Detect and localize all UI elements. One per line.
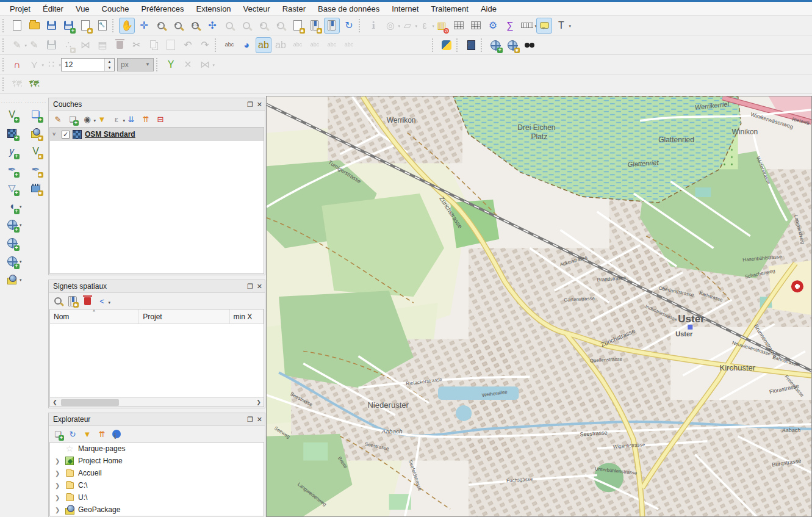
close-panel-icon[interactable]: ✕: [257, 101, 262, 108]
float-panel-icon[interactable]: ❐: [247, 101, 253, 108]
browser-properties-button[interactable]: i: [110, 427, 123, 441]
map-canvas[interactable]: WerrikonDrei EichenPlatzGlattenriedWerri…: [266, 96, 812, 517]
scrollbar-thumb[interactable]: [61, 399, 119, 406]
map-select-plugin-button[interactable]: 🗺: [9, 76, 25, 92]
snapping-type-button[interactable]: ∷: [43, 57, 59, 73]
new-spatial-bookmark-button[interactable]: [290, 18, 306, 34]
menu-item[interactable]: Base de données: [312, 3, 386, 15]
snapping-unit-select[interactable]: px▼: [117, 58, 154, 71]
measure-line-button[interactable]: [519, 18, 535, 34]
change-label-button[interactable]: abc: [341, 37, 357, 53]
zoom-to-selection-button[interactable]: [221, 18, 237, 34]
python-console-button[interactable]: [439, 37, 455, 53]
filter-by-expression-button[interactable]: ε: [110, 112, 123, 126]
add-wfs-layer-button[interactable]: [4, 253, 20, 269]
new-geopackage-layer-button[interactable]: [28, 125, 44, 141]
new-project-button[interactable]: [9, 18, 25, 34]
snap-on-intersection-button[interactable]: ✕: [180, 57, 196, 73]
help-contents-button[interactable]: ?: [463, 37, 479, 53]
move-label-button[interactable]: abc: [307, 37, 323, 53]
add-geopackage-layer-button[interactable]: [4, 272, 20, 287]
pan-map-button[interactable]: ✋: [119, 18, 135, 34]
horizontal-scrollbar[interactable]: ❮ ❯: [50, 397, 264, 407]
add-raster-layer-button[interactable]: [4, 125, 20, 141]
show-hide-labels-button[interactable]: abc: [290, 37, 306, 53]
osm-place-search-add-button[interactable]: [487, 37, 503, 53]
deselect-all-layers-button[interactable]: ▥: [434, 18, 450, 34]
open-project-button[interactable]: [26, 18, 42, 34]
snapping-tolerance-spinbox[interactable]: 12 ▲▼: [61, 58, 115, 71]
manage-map-themes-button[interactable]: ◉: [81, 112, 94, 126]
osm-place-search-button[interactable]: [505, 37, 520, 53]
delete-bookmark-button[interactable]: [81, 294, 94, 308]
cut-features-button[interactable]: ✂: [129, 37, 145, 53]
open-data-source-manager-button[interactable]: ❏: [28, 107, 44, 123]
layer-labeling-options-button[interactable]: abc: [221, 37, 237, 53]
add-delimited-text-button[interactable]: 𝑦: [4, 143, 20, 159]
copy-features-button[interactable]: [146, 37, 162, 53]
share-bookmark-button[interactable]: <: [95, 294, 109, 308]
toggle-editing-button[interactable]: ✎: [26, 37, 42, 53]
filter-browser-button[interactable]: ▼: [81, 427, 94, 441]
enable-snapping-button[interactable]: ∩: [9, 57, 25, 73]
menu-item[interactable]: Préférences: [135, 3, 190, 15]
new-print-layout-button[interactable]: [77, 18, 93, 34]
close-panel-icon[interactable]: ✕: [257, 416, 262, 423]
add-vector-layer-button[interactable]: V: [4, 107, 20, 123]
processing-toolbox-button[interactable]: ⚙: [485, 18, 501, 34]
collapse-all-browser-button[interactable]: ⇈: [95, 427, 109, 441]
browser-tree-item[interactable]: ❯ U:\: [50, 491, 264, 504]
show-layout-manager-button[interactable]: 🔧: [95, 18, 110, 34]
scroll-right-icon[interactable]: ❯: [254, 399, 264, 405]
layer-diagram-options-button[interactable]: ◕: [239, 37, 254, 53]
redo-button[interactable]: ↷: [197, 37, 213, 53]
add-virtual-layer-button[interactable]: ▽: [4, 180, 20, 196]
avoid-overlap-button[interactable]: ⋈: [197, 57, 213, 73]
rotate-label-button[interactable]: abc: [324, 37, 340, 53]
menu-item[interactable]: Extension: [190, 3, 237, 15]
vertex-tool-button[interactable]: ⋈: [77, 37, 93, 53]
delete-selected-button[interactable]: [112, 37, 128, 53]
spinner-arrows[interactable]: ▲▼: [104, 59, 114, 71]
refresh-browser-button[interactable]: ↻: [66, 427, 79, 441]
show-spatial-bookmarks-button[interactable]: [324, 18, 340, 34]
scroll-left-icon[interactable]: ❮: [50, 399, 60, 405]
menu-item[interactable]: Vue: [70, 3, 96, 15]
add-wcs-layer-button[interactable]: [4, 235, 20, 251]
add-postgis-layer-button[interactable]: ◖: [4, 198, 20, 214]
map-tips-button[interactable]: [536, 18, 552, 34]
snapping-mode-button[interactable]: ⋎: [26, 57, 42, 73]
new-spatialite-layer-button[interactable]: ✒: [28, 162, 44, 178]
menu-item[interactable]: Raster: [276, 3, 312, 15]
add-group-button[interactable]: ❏: [66, 112, 79, 126]
save-project-button[interactable]: [43, 18, 59, 34]
add-bookmark-button[interactable]: [66, 294, 79, 308]
zoom-native-button[interactable]: 1:1: [187, 18, 203, 34]
filter-legend-button[interactable]: ▼: [95, 112, 109, 126]
zoom-last-button[interactable]: ◂: [256, 18, 271, 34]
float-panel-icon[interactable]: ❐: [247, 283, 253, 290]
text-annotation-button[interactable]: T: [553, 18, 569, 34]
topological-editing-button[interactable]: Y: [163, 57, 179, 73]
open-attribute-table-button[interactable]: [451, 18, 467, 34]
expand-chevron-icon[interactable]: ˅: [52, 131, 59, 137]
field-calculator-button[interactable]: ◦: [468, 18, 484, 34]
deselect-features-button[interactable]: ▱: [400, 18, 415, 34]
paste-features-button[interactable]: [163, 37, 179, 53]
statistical-summary-button[interactable]: ∑: [502, 18, 518, 34]
select-by-expression-button[interactable]: ε: [417, 18, 433, 34]
zoom-in-button[interactable]: +: [153, 18, 169, 34]
zoom-next-button[interactable]: ▸: [273, 18, 289, 34]
menu-item[interactable]: Couche: [96, 3, 135, 15]
refresh-map-button[interactable]: ↻: [341, 18, 357, 34]
browser-tree-item[interactable]: ❯ ☆ Marque-pages: [50, 443, 264, 455]
new-shapefile-layer-button[interactable]: V: [28, 143, 44, 159]
modify-attributes-button[interactable]: ▤: [95, 37, 110, 53]
pan-to-selection-button[interactable]: ✛: [136, 18, 152, 34]
undo-button[interactable]: ↶: [180, 37, 196, 53]
browser-tree-item[interactable]: ❯ GeoPackage: [50, 504, 264, 516]
current-edits-button[interactable]: ✎: [9, 37, 25, 53]
add-selected-layers-button[interactable]: ❏: [51, 427, 65, 441]
column-header[interactable]: Projet: [139, 309, 229, 324]
menu-item[interactable]: Traitement: [425, 3, 475, 15]
